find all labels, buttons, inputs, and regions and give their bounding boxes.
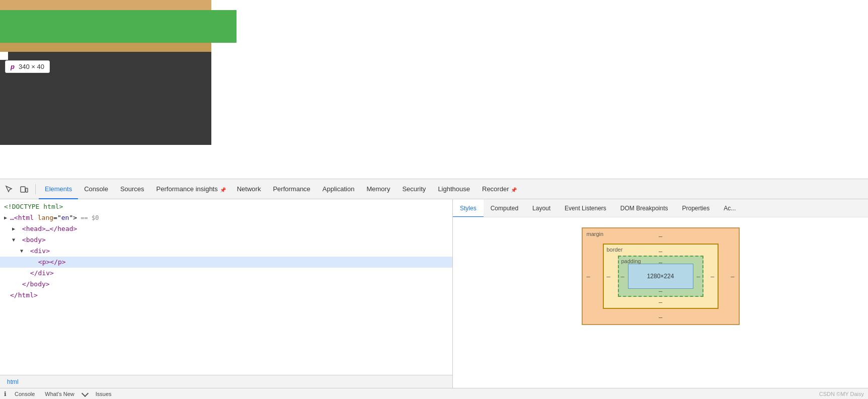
preview-area: p 340 × 40 — [0, 0, 868, 179]
div-close-tag: </div> — [26, 268, 54, 278]
padding-dash-right: – — [696, 273, 700, 280]
border-dash-bottom: – — [659, 298, 662, 306]
margin-dash-top: – — [659, 232, 662, 240]
svg-rect-0 — [21, 187, 25, 192]
preview-green-bar — [0, 10, 236, 43]
devtools-body: <!DOCTYPE html> ▶ …<html lang =" en "> =… — [0, 199, 868, 388]
padding-dash-left: – — [621, 273, 624, 280]
html-triangle[interactable]: ▶ — [4, 213, 10, 223]
bottom-chevron-icon[interactable] — [82, 389, 89, 396]
box-border: border – – – – padding – – – – — [603, 244, 719, 309]
styles-tabs-bar: Styles Computed Layout Event Listeners D… — [453, 199, 868, 217]
padding-dash-bottom: – — [659, 287, 662, 295]
dom-html-close-line[interactable]: </html> — [0, 290, 452, 301]
dom-doctype-line: <!DOCTYPE html> — [0, 201, 452, 212]
head-triangle[interactable]: ▶ — [12, 224, 18, 234]
padding-dash-top: – — [659, 259, 662, 266]
margin-dash-right: – — [731, 273, 734, 280]
doctype-text: <!DOCTYPE html> — [4, 202, 63, 212]
device-toggle-icon[interactable] — [17, 182, 31, 196]
csdn-watermark: CSDN ©MY Daisy — [819, 391, 864, 397]
html-eq-sign: == $0 — [77, 213, 99, 223]
devtools-panel: Elements Console Sources Performance ins… — [0, 179, 868, 399]
bottom-whats-new-tab[interactable]: What's New — [43, 391, 76, 397]
box-padding: padding – – – – 1280×224 — [618, 256, 703, 297]
preview-tan-bar — [0, 0, 211, 10]
content-dimensions: 1280×224 — [647, 273, 674, 280]
bottom-issues-tab[interactable]: Issues — [94, 391, 114, 397]
dom-div-open-line[interactable]: ▼ <div> — [0, 246, 452, 257]
border-dash-left: – — [607, 273, 610, 280]
head-tag: <head>…</head> — [18, 224, 77, 234]
body-triangle[interactable]: ▼ — [12, 235, 18, 245]
box-model-area: margin – – – – border – – – – — [453, 217, 868, 388]
styles-panel: Styles Computed Layout Event Listeners D… — [453, 199, 868, 388]
tab-network[interactable]: Network — [231, 179, 267, 199]
dom-body-open-line[interactable]: ▼ <body> — [0, 234, 452, 246]
dom-head-line[interactable]: ▶ <head>…</head> — [0, 223, 452, 234]
tab-elements[interactable]: Elements — [39, 179, 78, 199]
dom-body-close-line[interactable]: </body> — [0, 279, 452, 290]
tab-sources[interactable]: Sources — [114, 179, 150, 199]
styles-tab-computed[interactable]: Computed — [484, 199, 525, 217]
breadcrumb-html[interactable]: html — [4, 377, 22, 386]
breadcrumb: html — [0, 375, 452, 388]
div-open-tag: <div> — [26, 246, 50, 256]
styles-tab-properties[interactable]: Properties — [675, 199, 717, 217]
dom-panel: <!DOCTYPE html> ▶ …<html lang =" en "> =… — [0, 199, 453, 388]
tab-application[interactable]: Application — [317, 179, 361, 199]
margin-label: margin — [587, 231, 604, 237]
bottom-console-tab[interactable]: Console — [13, 391, 37, 397]
styles-tab-event-listeners[interactable]: Event Listeners — [558, 199, 613, 217]
margin-dash-bottom: – — [659, 313, 662, 321]
tab-recorder[interactable]: Recorder — [476, 179, 522, 199]
box-content: 1280×224 — [628, 264, 693, 289]
body-close-tag: </body> — [18, 279, 50, 289]
border-dash-top: – — [659, 248, 662, 255]
margin-dash-left: – — [587, 273, 590, 280]
performance-insights-pin-icon — [220, 186, 225, 193]
html-open-tag: …<html — [10, 213, 38, 223]
dom-tree[interactable]: <!DOCTYPE html> ▶ …<html lang =" en "> =… — [0, 199, 452, 375]
border-dash-right: – — [711, 273, 714, 280]
recorder-pin-icon — [511, 186, 516, 193]
tooltip-dimensions: 340 × 40 — [19, 63, 44, 70]
div-triangle[interactable]: ▼ — [20, 246, 26, 256]
dom-html-line[interactable]: ▶ …<html lang =" en "> == $0 — [0, 212, 452, 223]
body-open-tag: <body> — [18, 235, 46, 245]
styles-tab-accessibility[interactable]: Ac... — [717, 199, 743, 217]
tab-lighthouse[interactable]: Lighthouse — [432, 179, 476, 199]
element-tooltip: p 340 × 40 — [5, 60, 50, 73]
tab-performance-insights[interactable]: Performance insights — [150, 179, 231, 199]
tab-memory[interactable]: Memory — [360, 179, 396, 199]
box-margin: margin – – – – border – – – – — [582, 227, 740, 325]
devtools-tabs-bar: Elements Console Sources Performance ins… — [0, 179, 868, 199]
styles-tab-dom-breakpoints[interactable]: DOM Breakpoints — [613, 199, 675, 217]
styles-tab-layout[interactable]: Layout — [525, 199, 558, 217]
html-lang-attr: lang — [38, 213, 53, 223]
preview-white-corner — [0, 52, 8, 60]
padding-label: padding — [621, 258, 641, 264]
border-label: border — [607, 247, 623, 253]
dom-div-close-line[interactable]: </div> — [0, 268, 452, 279]
tab-performance[interactable]: Performance — [267, 179, 316, 199]
html-close-tag: </html> — [10, 290, 38, 300]
info-icon: ℹ — [4, 390, 7, 397]
tab-console[interactable]: Console — [78, 179, 114, 199]
preview-tan-bar2 — [0, 43, 211, 52]
tab-security[interactable]: Security — [396, 179, 432, 199]
svg-rect-1 — [26, 188, 28, 192]
inspect-icon[interactable] — [2, 182, 16, 196]
tab-separator — [35, 184, 36, 194]
bottom-panel: ℹ Console What's New Issues CSDN ©MY Dai… — [0, 388, 868, 399]
tooltip-tag: p — [11, 63, 15, 70]
styles-tab-styles[interactable]: Styles — [453, 199, 484, 217]
p-tag: <p></p> — [34, 257, 66, 267]
html-lang-val: en — [61, 213, 69, 223]
dom-p-line[interactable]: <p></p> — [0, 257, 452, 268]
